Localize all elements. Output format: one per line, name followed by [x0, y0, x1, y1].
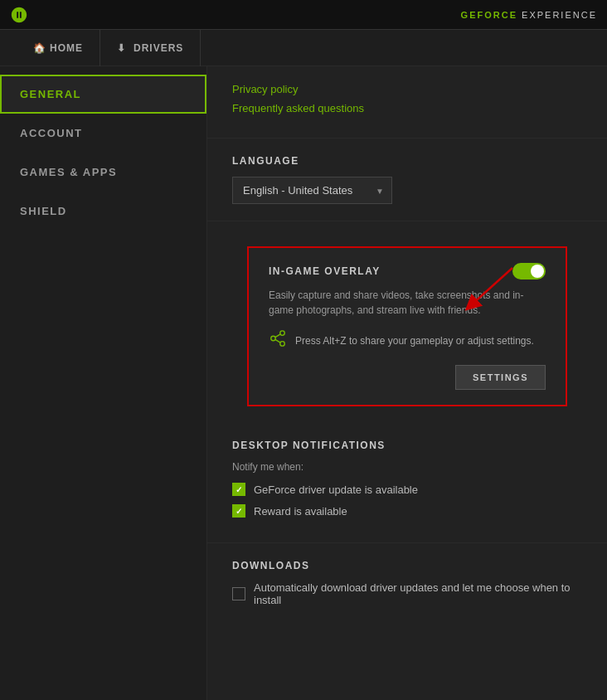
- nvidia-icon: [10, 6, 28, 24]
- overlay-settings-button[interactable]: SETTINGS: [455, 365, 546, 390]
- downloads-title: DOWNLOADS: [232, 560, 582, 571]
- nvidia-logo: [10, 6, 28, 24]
- faq-link[interactable]: Frequently asked questions: [232, 102, 582, 114]
- overlay-header: IN-GAME OVERLAY: [269, 263, 546, 280]
- svg-line-5: [275, 334, 280, 338]
- nav-drivers[interactable]: ⬇ DRIVERS: [100, 30, 201, 66]
- sidebar-item-shield[interactable]: SHIELD: [0, 192, 206, 231]
- share-icon: [269, 329, 287, 352]
- toggle-knob: [531, 265, 544, 278]
- content-area: Privacy policy Frequently asked question…: [207, 66, 607, 700]
- drivers-icon: ⬇: [117, 42, 129, 54]
- overlay-title: IN-GAME OVERLAY: [269, 265, 381, 277]
- top-bar: GEFORCE​ EXPERIENCE: [0, 0, 607, 30]
- overlay-toggle[interactable]: [512, 263, 546, 280]
- nav-home[interactable]: 🏠 HOME: [17, 30, 100, 66]
- notification-row-driver: ✓ GeForce driver update is available: [232, 483, 582, 496]
- checkmark-icon: ✓: [236, 485, 242, 494]
- overlay-hint-row: Press Alt+Z to share your gameplay or ad…: [269, 329, 546, 352]
- driver-update-label: GeForce driver update is available: [254, 484, 418, 496]
- overlay-section: IN-GAME OVERLAY Easily capture and share…: [247, 246, 567, 406]
- reward-label: Reward is available: [254, 505, 347, 518]
- home-icon: 🏠: [33, 42, 45, 54]
- downloads-section: DOWNLOADS Automatically download driver …: [207, 543, 607, 631]
- auto-download-checkbox[interactable]: [232, 587, 245, 600]
- language-title: LANGUAGE: [232, 155, 582, 167]
- privacy-policy-link[interactable]: Privacy policy: [232, 83, 582, 95]
- main-layout: GENERAL ACCOUNT GAMES & APPS SHIELD Priv…: [0, 66, 607, 700]
- overlay-hint-text: Press Alt+Z to share your gameplay or ad…: [295, 335, 534, 347]
- overlay-wrapper: IN-GAME OVERLAY Easily capture and share…: [207, 221, 607, 406]
- auto-download-label: Automatically download driver updates an…: [254, 581, 582, 606]
- sidebar-item-account[interactable]: ACCOUNT: [0, 114, 206, 153]
- notifications-subtitle: Notify me when:: [232, 461, 582, 473]
- sidebar-item-general[interactable]: GENERAL: [0, 75, 206, 114]
- notifications-section: DESKTOP NOTIFICATIONS Notify me when: ✓ …: [207, 423, 607, 543]
- checkmark-icon-2: ✓: [236, 507, 242, 516]
- nav-home-label: HOME: [50, 42, 83, 54]
- svg-line-4: [275, 339, 280, 343]
- geforce-title: GEFORCE​ EXPERIENCE: [461, 10, 597, 20]
- sidebar-item-games-apps[interactable]: GAMES & APPS: [0, 153, 206, 192]
- overlay-description: Easily capture and share videos, take sc…: [269, 288, 546, 318]
- language-dropdown-wrapper: English - United States English - United…: [232, 177, 392, 204]
- nav-drivers-label: DRIVERS: [134, 42, 183, 54]
- auto-download-row: Automatically download driver updates an…: [232, 581, 582, 606]
- notification-row-reward: ✓ Reward is available: [232, 504, 582, 518]
- driver-update-checkbox[interactable]: ✓: [232, 483, 245, 496]
- overlay-footer: SETTINGS: [269, 365, 546, 390]
- notifications-title: DESKTOP NOTIFICATIONS: [232, 440, 582, 451]
- svg-point-2: [271, 336, 276, 341]
- links-section: Privacy policy Frequently asked question…: [207, 66, 607, 139]
- svg-point-1: [280, 331, 285, 336]
- language-select[interactable]: English - United States English - United…: [232, 177, 392, 204]
- language-section: LANGUAGE English - United States English…: [207, 139, 607, 221]
- svg-point-3: [280, 342, 285, 347]
- nav-bar: 🏠 HOME ⬇ DRIVERS: [0, 30, 607, 66]
- reward-checkbox[interactable]: ✓: [232, 504, 245, 518]
- sidebar: GENERAL ACCOUNT GAMES & APPS SHIELD: [0, 66, 207, 700]
